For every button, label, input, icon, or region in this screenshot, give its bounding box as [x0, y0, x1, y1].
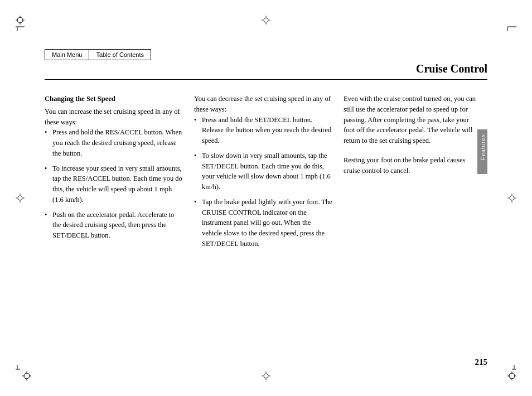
crosshair-left: [16, 194, 25, 202]
corner-mark-bl: [16, 365, 31, 380]
col3-para2: Resting your foot on the brake pedal cau…: [344, 155, 482, 176]
nav-buttons: Main Menu Table of Contents: [45, 49, 151, 60]
content-area: Changing the Set Speed You can increase …: [45, 85, 487, 351]
crosshair-bottom: [262, 371, 270, 380]
col1-intro: You can increase the set cruising speed …: [45, 107, 183, 128]
svg-point-38: [510, 196, 514, 200]
list-item: To slow down in very small amounts, tap …: [194, 151, 332, 192]
title-rule: [45, 79, 487, 80]
column-3: Even with the cruise control turned on, …: [338, 85, 487, 351]
svg-point-9: [24, 373, 30, 379]
list-item: Press and hold the RES/ACCEL button. Whe…: [45, 127, 183, 158]
corner-mark-br: [501, 365, 516, 380]
features-tab: Features: [477, 129, 487, 174]
list-item: To increase your speed in very small amo…: [45, 163, 183, 205]
svg-point-23: [264, 18, 268, 22]
list-item: Push on the accelerator pedal. Accelerat…: [45, 210, 183, 241]
col1-heading: Changing the Set Speed: [45, 94, 183, 104]
col2-intro: You can decrease the set cruising speed …: [194, 94, 332, 115]
col3-para1: Even with the cruise control turned on, …: [344, 94, 482, 146]
col1-bullet-list: Press and hold the RES/ACCEL button. Whe…: [45, 127, 183, 241]
svg-point-0: [17, 17, 23, 23]
crosshair-right: [507, 194, 516, 202]
col2-bullet-list: Press and hold the SET/DECEL button. Rel…: [194, 115, 332, 249]
svg-point-28: [264, 374, 268, 378]
crosshair-top: [262, 16, 270, 25]
page-title: Cruise Control: [416, 62, 487, 75]
column-2: You can decrease the set cruising speed …: [188, 85, 338, 351]
list-item: Press and hold the SET/DECEL button. Rel…: [194, 115, 332, 146]
svg-point-16: [509, 373, 515, 379]
side-tab-label: Features: [477, 129, 489, 165]
corner-mark-tl: [16, 16, 31, 31]
svg-point-33: [18, 196, 22, 200]
column-1: Changing the Set Speed You can increase …: [45, 85, 188, 351]
main-menu-button[interactable]: Main Menu: [45, 49, 89, 60]
table-of-contents-button[interactable]: Table of Contents: [89, 49, 151, 60]
page-number: 215: [475, 358, 488, 367]
corner-mark-tr: [501, 16, 516, 31]
list-item: Tap the brake pedal lightly with your fo…: [194, 197, 332, 249]
